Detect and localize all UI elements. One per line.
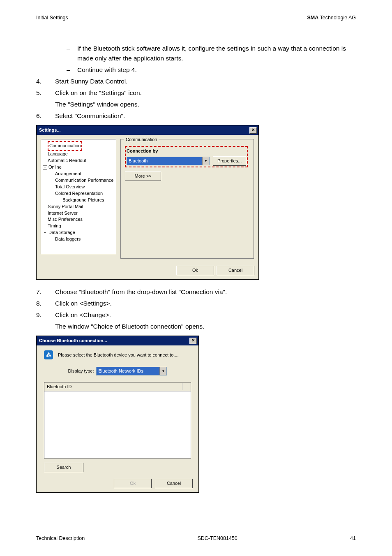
tree-item-total-overview[interactable]: Total Overview (42, 184, 115, 190)
communication-group: Communication Connection by Bluetooth ▼ … (120, 139, 254, 259)
footer-left: Technical Description (36, 535, 85, 541)
step-number: 9. (36, 310, 55, 320)
dialog-title: Choose Bluetooth connection... (39, 337, 107, 344)
settings-dialog: Settings... ✕ Communication Language Aut… (36, 125, 259, 280)
connection-by-label: Connection by (127, 148, 246, 155)
tree-item-colored-rep[interactable]: Colored Representation (42, 190, 115, 197)
step-subtext: The "Settings" window opens. (55, 100, 356, 109)
ok-button[interactable]: Ok (176, 266, 214, 275)
tree-item-background-pics[interactable]: Background Pictures (42, 197, 115, 204)
header-brand: SMA Technologie AG (307, 15, 356, 21)
dialog-title: Settings... (39, 127, 61, 134)
step-text: Choose "Bluetooth" from the drop-down li… (55, 287, 356, 297)
combo-value: Bluetooth (127, 157, 202, 165)
cancel-button[interactable]: Cancel (217, 266, 254, 275)
display-type-combo[interactable]: Bluetooth Network IDs ▼ (96, 367, 167, 375)
bluetooth-list[interactable]: Bluetooth ID (44, 382, 191, 459)
titlebar: Settings... ✕ (37, 125, 258, 135)
col-bluetooth-id: Bluetooth ID (47, 383, 72, 390)
cancel-button[interactable]: Cancel (155, 479, 193, 488)
header-section: Initial Settings (36, 15, 68, 21)
step-number: 8. (36, 299, 55, 308)
tree-item-internet-server[interactable]: Internet Server (42, 210, 115, 217)
close-icon[interactable]: ✕ (189, 338, 197, 344)
ok-button[interactable]: Ok (114, 479, 152, 488)
footer-mid: SDC-TEN081450 (197, 535, 237, 541)
settings-tree[interactable]: Communication Language Automatic Readout… (41, 139, 116, 254)
step-text: Click on on the "Settings" icon. (55, 88, 356, 98)
more-button[interactable]: More >> (125, 171, 161, 181)
tree-item-comm-perf[interactable]: Communication Performance (42, 177, 115, 184)
step-number: 5. (36, 88, 55, 98)
chevron-down-icon[interactable]: ▼ (202, 157, 209, 165)
step-number: 7. (36, 287, 55, 297)
body-text: – If the Bluetooth stick software allows… (36, 44, 356, 493)
step-number: 4. (36, 76, 55, 86)
tree-item-timing[interactable]: Timing (42, 223, 115, 229)
tree-item-misc-prefs[interactable]: Misc Preferences (42, 216, 115, 223)
step-text: Select "Communication". (55, 111, 356, 121)
connection-combo[interactable]: Bluetooth ▼ (127, 157, 210, 165)
titlebar: Choose Bluetooth connection... ✕ (37, 336, 198, 345)
bullet-text: Continue with step 4. (77, 65, 137, 75)
search-button[interactable]: Search (44, 463, 83, 472)
page-header: Initial Settings SMA Technologie AG (36, 15, 356, 21)
step-text: Start Sunny Data Control. (55, 76, 356, 86)
bullet-text: If the Bluetooth stick software allows i… (77, 44, 356, 63)
tree-item-language[interactable]: Language (42, 151, 115, 158)
combo-value: Bluetooth Network IDs (97, 367, 159, 375)
tree-item-data-loggers[interactable]: Data loggers (42, 236, 115, 243)
step-number: 6. (36, 111, 55, 121)
page-footer: Technical Description SDC-TEN081450 41 (36, 535, 356, 541)
step-subtext: The window "Choice of Bluetooth connecti… (55, 322, 356, 331)
properties-button[interactable]: Properties... (213, 156, 246, 166)
choose-bluetooth-dialog: Choose Bluetooth connection... ✕ ⁂ Pleas… (36, 336, 199, 493)
step-text: Click on <Settings>. (55, 299, 356, 308)
list-dash: – (67, 65, 77, 75)
tree-item-automatic-readout[interactable]: Automatic Readout (42, 158, 115, 164)
tree-item-arrangement[interactable]: Arrangement (42, 171, 115, 177)
groupbox-title: Communication (124, 136, 159, 143)
bluetooth-icon: ⁂ (44, 350, 53, 359)
list-header: Bluetooth ID (44, 382, 191, 392)
tree-item-data-storage[interactable]: −Data Storage (42, 229, 115, 236)
display-type-label: Display type: (68, 368, 94, 375)
footer-page: 41 (350, 535, 356, 541)
close-icon[interactable]: ✕ (249, 127, 257, 134)
tree-item-online[interactable]: −Online (42, 164, 115, 171)
step-text: Click on <Change>. (55, 310, 356, 320)
list-dash: – (67, 44, 77, 63)
prompt-text: Please select the Bluetooth device you w… (58, 352, 179, 359)
tree-item-communication[interactable]: Communication (48, 141, 82, 151)
tree-item-sunny-portal[interactable]: Sunny Portal Mail (42, 204, 115, 210)
chevron-down-icon[interactable]: ▼ (159, 367, 166, 375)
